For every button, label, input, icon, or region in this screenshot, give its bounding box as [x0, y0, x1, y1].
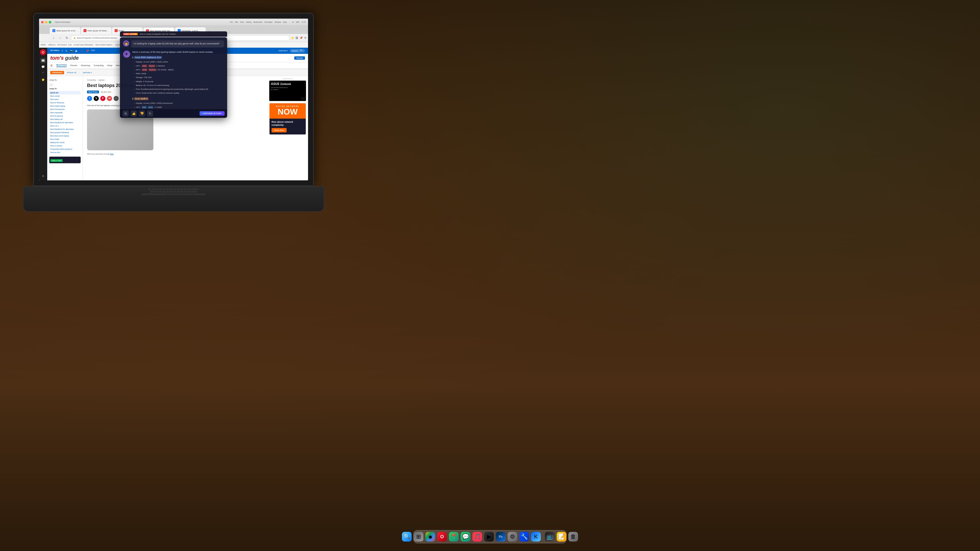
dock-whatsapp[interactable]: 💬 — [461, 532, 470, 541]
back-button[interactable]: ‹ — [51, 35, 56, 41]
sidebar-icon-social[interactable]: 💬 — [40, 64, 46, 70]
sidebar-icon-whatsapp[interactable]: 📱 — [40, 70, 46, 76]
reload-button[interactable]: ↻ — [64, 35, 70, 41]
nav-streaming[interactable]: Streaming — [81, 64, 90, 67]
refresh-button[interactable]: ↻ — [147, 110, 153, 117]
asus-ad-banner[interactable]: ASUS Zenbook Unmatched performancefor cr… — [269, 81, 306, 101]
now-ad-tagline: Rise above network complexity. — [272, 121, 304, 127]
sidebar-battery[interactable]: Best battery life — [49, 118, 81, 121]
sidebar-icon-settings[interactable]: ⚙ — [40, 173, 46, 179]
sidebar-faq[interactable]: Frequently asked questions — [49, 148, 81, 151]
sidebar-chromebook[interactable]: Best Chromebook — [49, 108, 81, 111]
nav-bestpicks[interactable]: Best Picks — [56, 64, 67, 67]
dock-trash[interactable]: 🗑 — [568, 532, 578, 541]
system-tray: ⊕WiFi21:57 — [292, 21, 306, 23]
tab-favicon-email — [115, 29, 118, 32]
copy-button[interactable]: ⧉ — [123, 110, 129, 117]
browser-chrome: Opera Developer File Edit View History B… — [39, 19, 308, 180]
sidebar-howtochoose[interactable]: How to choose — [49, 144, 81, 148]
left-sidebar: Jump To: Ad Jump To: Quick list Best ove… — [47, 76, 83, 180]
spec-weight: Weight: 3.79 pounds — [134, 79, 224, 83]
dock-maps[interactable]: 📍 — [449, 532, 458, 541]
sidebar-macbook[interactable]: Best powerful MacBook — [49, 131, 81, 134]
now-ad-orange-section: NATIVE NETWORK NOW — [269, 103, 306, 119]
aria-overlay: ARIA · ACTIVE Aria is using tomsguide.co… — [120, 32, 227, 118]
laptop-1-name: Asus ROG Zephyrus G14 — [134, 56, 162, 59]
spec-cpu: CPU: AMD Ryzen 9 6900HS — [134, 64, 224, 68]
search-box[interactable]: Search... 🔍 — [290, 49, 305, 52]
share-facebook[interactable]: f — [87, 96, 92, 101]
sidebar-gaming[interactable]: Best for gaming — [49, 114, 81, 118]
browser-menu: File Edit View History Bookmarks Develop… — [230, 21, 286, 23]
now-advertisement[interactable]: NATIVE NETWORK NOW Rise above network co… — [269, 103, 306, 135]
sidebar-alsotested[interactable]: Also tested — [49, 138, 81, 141]
opera-logo: O — [40, 49, 46, 56]
sidebar-value[interactable]: Best value — [49, 98, 81, 101]
dock-appletv[interactable]: 📺 — [545, 532, 555, 541]
aria-notif-text: Aria is using tomsguide.com for context.… — [140, 33, 177, 35]
dock-premiere[interactable]: ▶ — [484, 532, 494, 541]
continue-in-chat-button[interactable]: CONTINUE IN CHAT — [200, 111, 224, 116]
sidebar-macbookair[interactable]: Best MacBook Air alternative — [49, 121, 81, 124]
forward-button[interactable]: › — [57, 35, 63, 41]
laptop-screen-bezel: Opera Developer File Edit View History B… — [33, 13, 314, 186]
nav-home[interactable]: 🏠 — [50, 64, 53, 67]
sidebar-overall[interactable]: Best overall — [49, 94, 81, 98]
now-ad-body: Rise above network complexity. Shop Now — [269, 119, 306, 135]
nav-sleep[interactable]: Sleep — [107, 64, 112, 67]
trending-airpods[interactable]: AirPods 4 — [83, 71, 92, 74]
dock-launchpad[interactable]: ⊞ — [414, 532, 423, 541]
close-button[interactable] — [41, 21, 44, 24]
affiliate-link[interactable]: links — [110, 153, 114, 155]
thumbs-down-button[interactable]: 👎 — [139, 110, 145, 117]
sidebar-howwetest[interactable]: How we test — [49, 151, 81, 154]
share-twitter[interactable]: 𝕏 — [94, 96, 99, 101]
sidebar-icon-news[interactable]: 📰 — [40, 58, 46, 63]
dock-finder[interactable]: 🔍 — [402, 532, 412, 541]
dock-keynote[interactable]: K — [531, 532, 541, 541]
sidebar-repairable[interactable]: Most repairable — [49, 111, 81, 114]
nav-phones[interactable]: Phones — [70, 64, 77, 67]
spec2-cpu: CPU: Intel Core i7-1260P — [134, 105, 224, 109]
jump-to-label: Jump To: — [49, 88, 81, 89]
keyboard-area — [24, 187, 324, 211]
dock-preferences[interactable]: ⚙ — [508, 532, 517, 541]
minimize-button[interactable] — [45, 21, 48, 24]
sidebar-windows[interactable]: Best for Windows — [49, 101, 81, 104]
dock-notes[interactable]: 📝 — [557, 532, 566, 541]
tab-metaquest[interactable]: Meta Quest 3S vs M... — [50, 27, 80, 34]
cms-edit-badge[interactable]: Edit in CMS — [49, 157, 81, 163]
sidebar-macbookpro[interactable]: Best MacBook Pro alternative — [49, 127, 81, 131]
dock-photoshop[interactable]: Ps — [496, 532, 506, 541]
user-message: 🧑 I'm looking for a laptop under $1,500 … — [123, 40, 224, 48]
aria-notification: ARIA · ACTIVE Aria is using tomsguide.co… — [120, 32, 227, 37]
shop-now-button[interactable]: Shop Now — [272, 128, 286, 132]
trending-iphone[interactable]: iPhone 16 — [67, 71, 76, 74]
share-more[interactable]: ⋯ — [114, 96, 119, 101]
dock-music[interactable]: 🎵 — [473, 532, 482, 541]
author-text: By Alex Wee — [101, 91, 111, 93]
thumbs-up-button[interactable]: 👍 — [130, 110, 137, 117]
maximize-button[interactable] — [49, 21, 51, 24]
sidebar-icon-star[interactable]: ⭐ — [40, 77, 46, 83]
sidebar-dualscreen[interactable]: Best dual screen laptop — [49, 134, 81, 138]
share-pinterest[interactable]: P — [100, 96, 105, 101]
keyboard-row-1 — [29, 188, 318, 190]
sidebar-quicklist[interactable]: Quick list — [49, 91, 81, 94]
ad-label: Jump To: — [49, 79, 81, 81]
aria-response-content: Here's a summary of the best gaming lapt… — [132, 51, 224, 109]
sidebar-batteryresults[interactable]: Battery life results — [49, 141, 81, 144]
keyboard-row-3 — [29, 193, 318, 195]
spec2-display: Display: 14-inch (2560 x 1600) touchscre… — [134, 101, 224, 105]
browser-title: Opera Developer — [55, 21, 70, 23]
share-email[interactable]: ✉ — [107, 96, 112, 101]
dock-toolbox[interactable]: 🔧 — [519, 532, 529, 541]
dock-chrome[interactable]: ◉ — [425, 532, 435, 541]
nav-computing[interactable]: Computing — [94, 64, 103, 67]
forums-button[interactable]: Forums — [294, 56, 305, 60]
asus-logo: ASUS — [271, 82, 279, 86]
tab-hello[interactable]: Hello Quote 3S Meta... — [81, 27, 111, 34]
sidebar-copilot[interactable]: Best Copilot laptop — [49, 104, 81, 108]
dock-opera[interactable]: O — [437, 532, 447, 541]
sidebar-2in1[interactable]: Best 2-in-1 — [49, 124, 81, 127]
